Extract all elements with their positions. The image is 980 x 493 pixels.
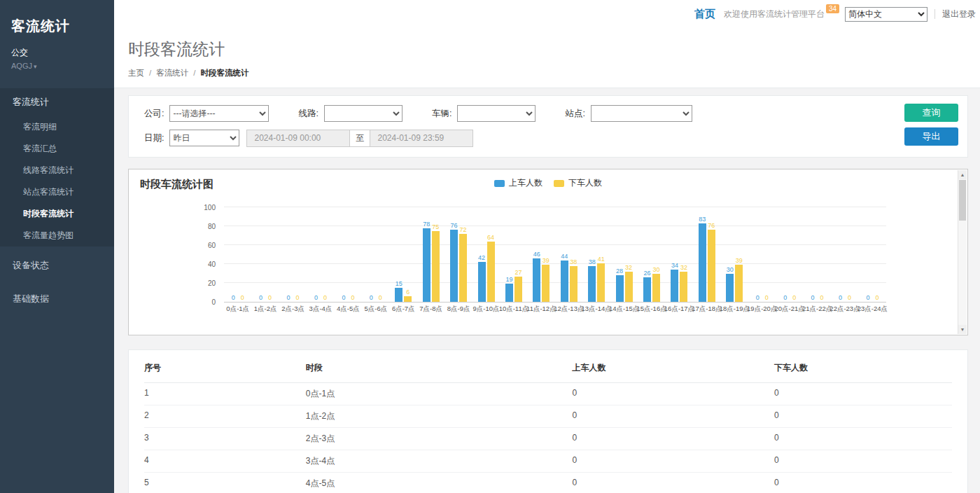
- bar-group: 2630: [638, 208, 665, 302]
- bar[interactable]: 0: [763, 208, 771, 302]
- bar[interactable]: 34: [671, 208, 678, 302]
- bar[interactable]: 38: [570, 208, 578, 302]
- bar[interactable]: 0: [377, 208, 384, 302]
- date-to-input[interactable]: [370, 130, 473, 147]
- bar[interactable]: 72: [459, 208, 467, 302]
- bar[interactable]: 30: [652, 208, 660, 302]
- sidebar-item-passenger-flow-stats[interactable]: 客流统计: [0, 88, 114, 116]
- bar[interactable]: 6: [404, 208, 412, 302]
- language-select[interactable]: 简体中文: [845, 7, 927, 22]
- legend-item[interactable]: 上车人数: [494, 177, 542, 189]
- bar[interactable]: 0: [340, 208, 347, 302]
- bar[interactable]: 0: [809, 208, 817, 302]
- bar-group: 00: [224, 208, 251, 302]
- bar[interactable]: 0: [818, 208, 826, 302]
- bar[interactable]: 42: [478, 208, 486, 302]
- bar[interactable]: 32: [625, 208, 633, 302]
- table-cell: 3: [144, 433, 306, 445]
- bar[interactable]: 30: [726, 208, 734, 302]
- bar[interactable]: 39: [542, 208, 550, 302]
- bars-row: 0000000000001567875767242641927463944383…: [224, 208, 886, 302]
- bar[interactable]: 76: [450, 208, 458, 302]
- bar[interactable]: 0: [230, 208, 237, 302]
- vehicle-select[interactable]: [457, 105, 536, 122]
- bar[interactable]: 0: [790, 208, 798, 302]
- scrollbar-thumb[interactable]: [959, 180, 966, 221]
- sidebar-item-device-status[interactable]: 设备状态: [0, 251, 114, 280]
- bar[interactable]: 38: [588, 208, 596, 302]
- bar[interactable]: 0: [349, 208, 356, 302]
- bar-value-label: 30: [653, 266, 660, 273]
- bar-group: 00: [251, 208, 279, 302]
- company-select[interactable]: ---请选择---: [169, 105, 269, 122]
- notification-badge[interactable]: 34: [826, 4, 839, 13]
- chart-legend: 上车人数下车人数: [494, 177, 602, 189]
- legend-item[interactable]: 下车人数: [554, 177, 602, 189]
- bar[interactable]: 0: [257, 208, 265, 302]
- breadcrumb-home[interactable]: 主页: [128, 69, 144, 77]
- chart-scrollbar[interactable]: ▲ ▼: [958, 170, 967, 334]
- bar[interactable]: 15: [395, 208, 402, 302]
- bar-rect: [404, 296, 412, 302]
- bar[interactable]: 0: [781, 208, 789, 302]
- bar[interactable]: 78: [423, 208, 430, 302]
- bar-value-label: 0: [820, 294, 824, 301]
- y-axis-label: 0: [188, 298, 216, 306]
- bar-group: 3841: [582, 208, 610, 302]
- bar[interactable]: 0: [368, 208, 375, 302]
- bar[interactable]: 39: [735, 208, 743, 302]
- bar[interactable]: 26: [643, 208, 651, 302]
- home-link[interactable]: 首页: [694, 8, 715, 21]
- bar-value-label: 0: [314, 294, 318, 301]
- bar[interactable]: 0: [266, 208, 274, 302]
- bar[interactable]: 0: [321, 208, 329, 302]
- bar[interactable]: 19: [505, 208, 513, 302]
- sidebar-item-base-data[interactable]: 基础数据: [0, 284, 114, 314]
- bar[interactable]: 44: [561, 208, 568, 302]
- bar[interactable]: 0: [754, 208, 762, 302]
- bar-group: 8376: [693, 208, 720, 302]
- bar-group: 4438: [555, 208, 582, 302]
- logout-link[interactable]: 退出登录: [942, 8, 976, 20]
- bar[interactable]: 27: [514, 208, 522, 302]
- sidebar-item-flow-summary[interactable]: 客流汇总: [0, 138, 114, 160]
- user-menu[interactable]: AQGJ▾: [0, 62, 114, 70]
- bar[interactable]: 83: [699, 208, 706, 302]
- bar[interactable]: 0: [312, 208, 320, 302]
- bar[interactable]: 32: [680, 208, 687, 302]
- bar[interactable]: 41: [597, 208, 605, 302]
- bar[interactable]: 0: [873, 208, 881, 302]
- bar[interactable]: 0: [846, 208, 853, 302]
- bar[interactable]: 0: [239, 208, 246, 302]
- date-preset-select[interactable]: 昨日: [169, 130, 239, 146]
- export-button[interactable]: 导出: [904, 127, 958, 146]
- period-table: 序号 时段 上车人数 下车人数 10点-1点0021点-2点0032点-3点00…: [128, 349, 968, 493]
- scroll-up-arrow-icon[interactable]: ▲: [958, 170, 967, 179]
- bar[interactable]: 75: [432, 208, 440, 302]
- table-cell: 4点-5点: [306, 478, 573, 489]
- sidebar-item-route-flow-stats[interactable]: 线路客流统计: [0, 160, 114, 181]
- bar[interactable]: 76: [708, 208, 715, 302]
- bar-value-label: 0: [351, 294, 354, 301]
- date-from-input[interactable]: [246, 130, 350, 147]
- table-row: 54点-5点00: [144, 473, 952, 493]
- bar[interactable]: 0: [285, 208, 293, 302]
- line-select[interactable]: [324, 105, 402, 122]
- bar[interactable]: 0: [294, 208, 302, 302]
- breadcrumb-passenger-flow[interactable]: 客流统计: [156, 69, 188, 77]
- bar[interactable]: 0: [836, 208, 844, 302]
- bar[interactable]: 64: [487, 208, 495, 302]
- bar[interactable]: 28: [616, 208, 624, 302]
- bar-value-label: 46: [533, 251, 540, 258]
- sidebar-item-flow-trend-chart[interactable]: 客流量趋势图: [0, 225, 114, 246]
- bar-rect: [699, 223, 706, 302]
- bar[interactable]: 0: [864, 208, 872, 302]
- query-button[interactable]: 查询: [904, 104, 958, 122]
- station-select[interactable]: [591, 105, 692, 122]
- bar[interactable]: 46: [533, 208, 540, 302]
- scroll-down-arrow-icon[interactable]: ▼: [958, 325, 967, 334]
- sidebar-item-flow-detail[interactable]: 客流明细: [0, 116, 114, 138]
- sidebar-item-period-flow-stats[interactable]: 时段客流统计: [0, 203, 114, 225]
- bar-value-label: 0: [866, 294, 869, 301]
- sidebar-item-station-flow-stats[interactable]: 站点客流统计: [0, 181, 114, 203]
